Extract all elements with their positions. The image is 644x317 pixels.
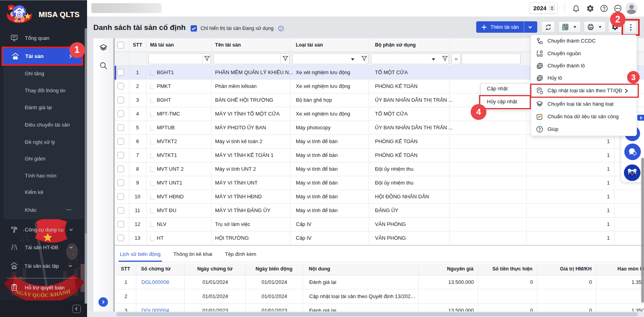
svg-text:X: X [563, 27, 565, 30]
svg-text:2.9: 2.9 [15, 15, 25, 23]
